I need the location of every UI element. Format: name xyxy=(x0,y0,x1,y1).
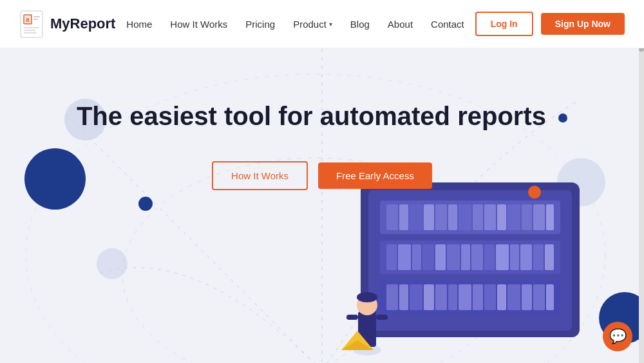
svg-rect-5 xyxy=(33,19,38,20)
nav-product[interactable]: Product ▾ xyxy=(293,19,332,30)
svg-rect-32 xyxy=(422,244,434,270)
svg-rect-63 xyxy=(346,315,358,320)
hero-content: The easiest tool for automated reports H… xyxy=(0,100,644,190)
svg-rect-27 xyxy=(546,204,554,230)
hero-early-access-button[interactable]: Free Early Access xyxy=(318,162,432,189)
svg-rect-31 xyxy=(412,244,421,270)
svg-rect-52 xyxy=(484,284,496,310)
svg-rect-51 xyxy=(473,284,483,310)
svg-rect-41 xyxy=(533,244,544,270)
svg-rect-64 xyxy=(376,315,388,320)
svg-rect-6 xyxy=(24,27,39,28)
nav-pricing[interactable]: Pricing xyxy=(245,19,275,30)
logo-icon: a xyxy=(19,10,44,39)
chat-bubble-button[interactable]: 💬 xyxy=(603,322,632,351)
svg-rect-7 xyxy=(24,30,35,31)
svg-rect-21 xyxy=(473,204,483,230)
svg-rect-18 xyxy=(435,204,447,230)
hero-buttons: How It Works Free Early Access xyxy=(0,161,644,190)
hero-title: The easiest tool for automated reports xyxy=(0,100,644,132)
decorative-circle-3 xyxy=(138,197,153,211)
svg-rect-20 xyxy=(459,204,471,230)
chat-icon: 💬 xyxy=(609,328,627,345)
svg-rect-48 xyxy=(435,284,447,310)
login-button[interactable]: Log In xyxy=(475,12,533,36)
hero-section: The easiest tool for automated reports H… xyxy=(0,48,644,363)
svg-rect-17 xyxy=(424,204,434,230)
svg-rect-26 xyxy=(533,204,545,230)
svg-rect-37 xyxy=(484,244,495,270)
chevron-down-icon: ▾ xyxy=(329,21,332,28)
svg-rect-34 xyxy=(447,244,460,270)
svg-text:a: a xyxy=(26,16,30,23)
nav-how-it-works[interactable]: How It Works xyxy=(170,19,227,30)
navbar: a MyReport Home How It Works Pricing Pro… xyxy=(0,0,644,48)
svg-rect-42 xyxy=(545,244,554,270)
signup-button[interactable]: Sign Up Now xyxy=(541,13,625,35)
svg-rect-57 xyxy=(546,284,554,310)
svg-rect-49 xyxy=(448,284,457,310)
svg-rect-33 xyxy=(435,244,446,270)
svg-rect-24 xyxy=(507,204,520,230)
nav-contact[interactable]: Contact xyxy=(431,19,464,30)
svg-rect-39 xyxy=(510,244,519,270)
svg-point-62 xyxy=(357,292,377,302)
svg-rect-46 xyxy=(410,284,422,310)
svg-rect-22 xyxy=(484,204,496,230)
nav-links: Home How It Works Pricing Product ▾ Blog… xyxy=(126,19,464,30)
svg-rect-30 xyxy=(398,244,411,270)
svg-rect-55 xyxy=(522,284,532,310)
svg-rect-40 xyxy=(520,244,532,270)
svg-rect-8 xyxy=(24,32,37,34)
svg-rect-35 xyxy=(461,244,470,270)
nav-home[interactable]: Home xyxy=(126,19,152,30)
svg-rect-56 xyxy=(533,284,545,310)
svg-rect-15 xyxy=(399,204,408,230)
svg-rect-36 xyxy=(471,244,483,270)
svg-rect-19 xyxy=(448,204,457,230)
svg-rect-45 xyxy=(399,284,408,310)
svg-rect-4 xyxy=(33,16,40,17)
brand-name: MyReport xyxy=(50,15,115,32)
svg-rect-25 xyxy=(522,204,532,230)
svg-rect-16 xyxy=(410,204,422,230)
svg-rect-23 xyxy=(497,204,506,230)
nav-blog[interactable]: Blog xyxy=(350,19,370,30)
svg-rect-38 xyxy=(496,244,509,270)
svg-rect-44 xyxy=(386,284,398,310)
svg-rect-54 xyxy=(507,284,520,310)
nav-about[interactable]: About xyxy=(388,19,413,30)
svg-rect-47 xyxy=(424,284,434,310)
svg-rect-50 xyxy=(459,284,471,310)
svg-rect-29 xyxy=(386,244,397,270)
svg-rect-14 xyxy=(386,204,398,230)
title-dot-accent xyxy=(558,113,567,123)
nav-buttons: Log In Sign Up Now xyxy=(475,12,625,36)
logo[interactable]: a MyReport xyxy=(19,10,115,39)
hero-illustration xyxy=(322,176,592,363)
hero-how-works-button[interactable]: How It Works xyxy=(212,161,308,190)
svg-rect-53 xyxy=(497,284,506,310)
decorative-circle-4 xyxy=(97,248,128,279)
